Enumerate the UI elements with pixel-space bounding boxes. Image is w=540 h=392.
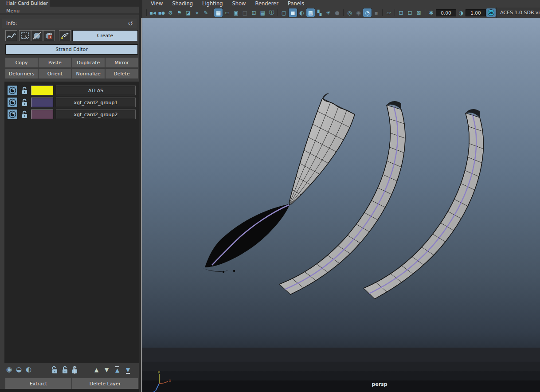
visibility-toggle[interactable]: [7, 109, 18, 120]
view-transform-label[interactable]: ACES 1.0 SDR-video (sR: [496, 8, 540, 18]
scene-3d[interactable]: persp y x z: [142, 20, 540, 392]
film-gate-icon[interactable]: ▭: [223, 8, 231, 17]
layer-color-swatch[interactable]: [31, 110, 53, 119]
curve-tool-button[interactable]: [5, 30, 17, 41]
wireframe-on-shaded-icon[interactable]: ▩: [306, 8, 315, 17]
duplicate-button[interactable]: Duplicate: [72, 58, 105, 67]
layer-color-swatch[interactable]: [31, 98, 53, 107]
field-chart-icon[interactable]: ⊞: [250, 8, 258, 17]
contrast-icon[interactable]: ◑: [457, 8, 465, 17]
eye-half-icon[interactable]: ◐: [26, 365, 31, 373]
layer-name-field[interactable]: xgt_card2_group1: [56, 98, 136, 107]
pen-curve-button[interactable]: [59, 30, 71, 41]
layer-name-field[interactable]: xgt_card2_group2: [56, 110, 136, 119]
lights-icon[interactable]: ☀: [324, 8, 333, 17]
multisample-icon[interactable]: ▪: [372, 8, 380, 17]
pan-zoom-icon[interactable]: ⌖: [193, 8, 201, 17]
unlock-icon: [21, 110, 28, 118]
panel-menu[interactable]: Menu: [0, 7, 139, 15]
lock-toggle[interactable]: [20, 97, 29, 108]
refresh-icon[interactable]: ↺: [128, 19, 133, 28]
marquee-select-icon[interactable]: ▱: [384, 8, 393, 17]
extract-button[interactable]: Extract: [5, 378, 71, 389]
layer-row-group1: xgt_card2_group1: [6, 97, 137, 108]
strand-editor-button[interactable]: Strand Editor: [5, 44, 138, 55]
camera-select-icon[interactable]: ◼◀: [149, 8, 157, 17]
create-button[interactable]: Create: [72, 30, 138, 41]
move-up-icon[interactable]: ▲: [94, 367, 98, 372]
wireframe-icon[interactable]: ▢: [280, 8, 288, 17]
paste-button[interactable]: Paste: [39, 58, 71, 67]
menu-lighting[interactable]: Lighting: [202, 0, 223, 8]
curve-tool-icon: [7, 32, 16, 40]
axis-z-label: z: [153, 390, 155, 392]
viewport-toolbar: ◼◀ ◼● ⚙ ⚑ ◪ ⌖ ✎ ▦ ▭ ▣ □ ⊞ ▤ Ⓣ ▢ ◼ ◐ ▩ ▚ …: [142, 8, 540, 18]
marquee-select-button[interactable]: [19, 30, 31, 41]
unlock-all-icon[interactable]: [51, 366, 58, 376]
normalize-button[interactable]: Normalize: [72, 69, 105, 78]
grease-pencil-icon[interactable]: ✎: [202, 8, 210, 17]
ssao-icon[interactable]: ◎: [345, 8, 354, 17]
move-top-icon[interactable]: ▲: [115, 366, 119, 373]
tab-hair-card-builder[interactable]: Hair Card Builder: [0, 0, 50, 7]
viewport-panel: View Shading Lighting Show Renderer Pane…: [142, 0, 540, 392]
menu-panels[interactable]: Panels: [288, 0, 304, 8]
lock-geometry-button[interactable]: [43, 30, 55, 41]
info-label: Info:: [6, 20, 17, 26]
on-badge-icon: ON: [488, 9, 494, 16]
menu-view[interactable]: View: [151, 0, 163, 8]
exposure-icon[interactable]: ✱: [427, 8, 435, 17]
transparency-icon[interactable]: ▚: [315, 8, 324, 17]
card-1-tip-curl: [322, 93, 329, 100]
menu-show[interactable]: Show: [232, 0, 246, 8]
layer-color-swatch[interactable]: [31, 86, 53, 95]
panel-splitter[interactable]: [139, 0, 142, 392]
hair-card-1-band: [289, 98, 355, 204]
lock-strike-icon[interactable]: [71, 366, 78, 376]
layer-footer-toolbar: ◉ ◒ ◐ ▲ ▼ ▲ ▼: [0, 365, 139, 377]
move-bottom-icon[interactable]: ▼: [126, 367, 130, 374]
overlap-squares-icon[interactable]: ⊡: [397, 8, 405, 17]
lock-all-icon[interactable]: [61, 366, 68, 376]
eye-icon: [8, 110, 16, 118]
image-plane-icon[interactable]: ◪: [184, 8, 192, 17]
lock-toggle[interactable]: [20, 109, 29, 120]
menu-shading[interactable]: Shading: [172, 0, 193, 8]
sphere-toggle-button[interactable]: [31, 30, 43, 41]
delete-layer-button[interactable]: Delete Layer: [72, 378, 138, 389]
camera-gear-icon[interactable]: ⚙: [166, 8, 175, 17]
bookmark-icon[interactable]: ⚑: [175, 8, 184, 17]
safe-action-icon[interactable]: ▤: [258, 8, 267, 17]
exposure-field[interactable]: 0.00: [436, 9, 456, 16]
deformers-button[interactable]: Deformers: [5, 69, 38, 78]
orient-button[interactable]: Orient: [39, 69, 71, 78]
anti-alias-icon[interactable]: ◔: [363, 8, 372, 17]
safe-title-icon[interactable]: Ⓣ: [267, 8, 276, 17]
gamma-field[interactable]: 1.00: [466, 9, 486, 16]
resolution-gate-icon[interactable]: ▣: [232, 8, 240, 17]
menu-renderer[interactable]: Renderer: [255, 0, 279, 8]
copy-button[interactable]: Copy: [5, 58, 38, 67]
eye-shaded-icon[interactable]: ◒: [16, 365, 22, 373]
gate-mask-icon[interactable]: □: [241, 8, 249, 17]
color-management-toggle[interactable]: ON: [486, 8, 496, 17]
motion-blur-icon[interactable]: ◉: [354, 8, 363, 17]
shadows-icon[interactable]: ●: [333, 8, 341, 17]
grid-icon[interactable]: ▦: [214, 8, 223, 17]
smooth-shade-icon[interactable]: ◼: [289, 8, 297, 17]
visibility-toggle[interactable]: [7, 85, 18, 96]
lock-toggle[interactable]: [20, 85, 29, 96]
mirror-button[interactable]: Mirror: [106, 58, 138, 67]
eye-open-icon[interactable]: ◉: [6, 365, 12, 373]
panel-bottom-strip: [0, 389, 139, 392]
move-down-icon[interactable]: ▼: [105, 367, 109, 372]
textured-icon[interactable]: ◐: [297, 8, 306, 17]
layer-name-field[interactable]: ATLAS: [56, 86, 136, 95]
delete-button[interactable]: Delete: [106, 69, 138, 78]
camera-lock-icon[interactable]: ◼●: [157, 8, 166, 17]
visibility-toggle[interactable]: [7, 97, 18, 108]
box-arrow-icon[interactable]: ⊠: [415, 8, 423, 17]
hair-card-1-leaf: [205, 204, 290, 267]
overlap-squares-filled-icon[interactable]: ⊟: [406, 8, 414, 17]
unlock-icon: [21, 98, 28, 106]
